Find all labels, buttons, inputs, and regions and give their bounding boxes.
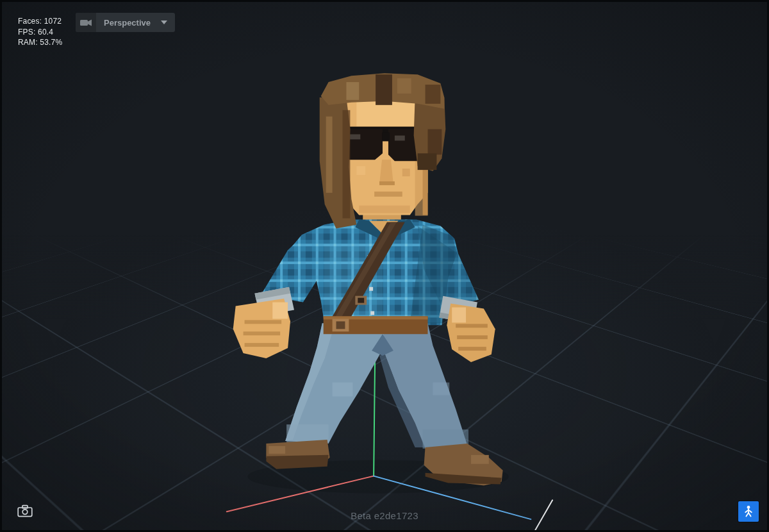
faces-count: Faces: 1072	[18, 16, 62, 27]
character-head	[320, 73, 446, 228]
camera-mode-label: Perspective	[96, 18, 161, 28]
voxel-character[interactable]	[233, 73, 503, 485]
render-stats: Faces: 1072 FPS: 60.4 RAM: 53.7%	[18, 16, 62, 48]
perspective-camera-icon	[76, 13, 96, 32]
stick-figure-icon	[743, 505, 754, 518]
camera-mode-dropdown[interactable]: Perspective	[76, 13, 175, 32]
chevron-down-icon	[161, 21, 167, 24]
axis-y-line	[374, 360, 375, 476]
viewport[interactable]: Faces: 1072 FPS: 60.4 RAM: 53.7% Perspec…	[0, 0, 769, 532]
beta-watermark: Beta e2de1723	[2, 510, 767, 521]
character-jeans	[285, 323, 468, 449]
fps-count: FPS: 60.4	[18, 27, 62, 38]
character-belt	[324, 316, 428, 334]
pose-tool-button[interactable]	[738, 501, 759, 522]
scene-canvas[interactable]	[2, 2, 767, 530]
ram-usage: RAM: 53.7%	[18, 37, 62, 48]
